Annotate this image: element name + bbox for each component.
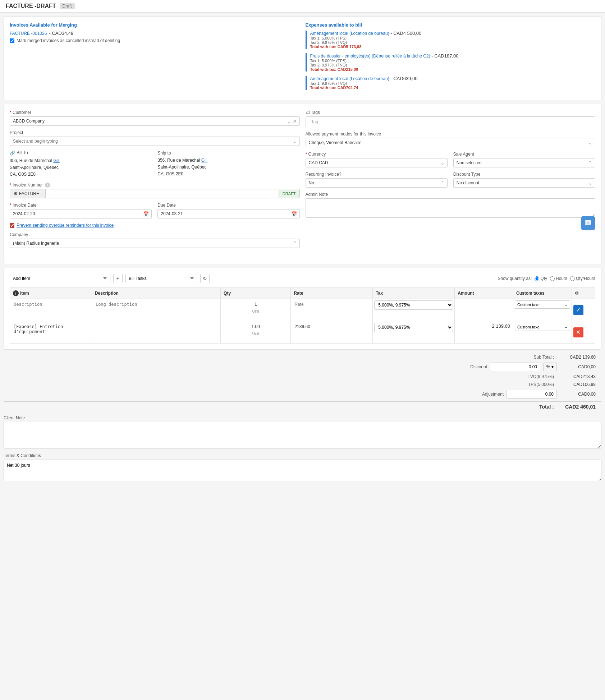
prevent-label[interactable]: Prevent sending overdue reminders for th… xyxy=(10,223,300,228)
qty-radio-input[interactable] xyxy=(535,276,539,281)
row2-tax-cell: 5.000%, 9.975% xyxy=(373,321,455,344)
calendar-icon[interactable]: 📅 xyxy=(143,211,149,217)
row1-tax-cell: 5.000%, 9.975% xyxy=(373,299,455,321)
chat-icon xyxy=(585,220,592,227)
row2-item-input[interactable]: [Expense] Entretien d'équipement xyxy=(12,323,90,341)
merge-link[interactable]: FACTURE -001026 xyxy=(10,31,47,36)
client-note-textarea[interactable] xyxy=(4,422,601,448)
adjustment-input[interactable] xyxy=(507,390,557,399)
customer-input[interactable] xyxy=(10,116,300,126)
row2-delete-btn[interactable]: ✕ xyxy=(573,327,583,337)
expense-link-2[interactable]: Frais de dossier - employés(es) (Dépense… xyxy=(310,54,430,59)
row1-custom-tax-arrow: ⌄ xyxy=(564,302,568,307)
bill-to-address: 356, Rue de Marechal Gill Saint-Apollina… xyxy=(10,157,152,178)
company-group: Company ⌃ xyxy=(10,232,300,248)
due-date-wrap: 📅 xyxy=(157,209,299,218)
row1-qty-input[interactable] xyxy=(222,300,289,308)
table-header: i Item Description Qty Rate Tax Amount C… xyxy=(10,288,595,299)
company-label: Company xyxy=(10,232,300,237)
expense-link-1[interactable]: Aménagement local (Location de bureau) xyxy=(310,31,389,36)
add-item-button[interactable]: + xyxy=(113,274,123,283)
invoice-number-label: Invoice Number i xyxy=(10,183,300,188)
toolbar-right: Show quantity as: Qty Hours Qty/Hours xyxy=(498,276,595,281)
recurring-input[interactable] xyxy=(306,178,448,188)
payment-input[interactable] xyxy=(306,138,596,147)
adjustment-label: Adjustment xyxy=(460,392,504,397)
discount-type-input[interactable] xyxy=(453,178,595,188)
sale-agent-arrow-icon[interactable]: ⌃ xyxy=(588,160,592,166)
row2-custom-tax-btn[interactable]: Custom taxe ⌄ xyxy=(515,323,570,331)
invoice-date-input[interactable] xyxy=(10,209,152,218)
merge-checkbox[interactable] xyxy=(10,38,14,43)
bill-tasks-select[interactable]: Bill Tasks xyxy=(125,274,197,283)
add-item-select[interactable]: Add Item xyxy=(10,274,110,283)
row1-rate-input[interactable] xyxy=(292,300,371,308)
project-input[interactable] xyxy=(10,137,300,146)
subtotal-row: Sub Total : CAD2 139,60 xyxy=(4,353,601,361)
company-arrow-icon[interactable]: ⌃ xyxy=(293,240,297,246)
row2-tax-select[interactable]: 5.000%, 9.975% xyxy=(374,323,453,332)
customer-arrow-icon[interactable]: ⌄ xyxy=(287,118,291,124)
col-header-description: Description xyxy=(92,288,220,299)
invoice-number-group: Invoice Number i ⚙ FACTURE - DRAFT xyxy=(10,183,300,199)
due-date-input[interactable] xyxy=(157,209,299,218)
table-body: Unit 5.000%, 9.975% Custom taxe ⌄ xyxy=(10,299,595,344)
expense-tax1-1: Tax 1: 5.000% (TPS) xyxy=(310,36,596,40)
client-note-section: Client Note xyxy=(4,415,601,450)
sale-agent-input[interactable] xyxy=(453,158,595,167)
row2-desc-input[interactable] xyxy=(93,323,219,341)
items-section: Add Item + Bill Tasks ↻ Show quantity as… xyxy=(4,268,601,350)
col-header-qty: Qty xyxy=(221,288,291,299)
recurring-arrow-icon[interactable]: ⌃ xyxy=(440,180,445,186)
qty-radio-qty-hours[interactable]: Qty/Hours xyxy=(570,276,595,281)
qty-radio-hours[interactable]: Hours xyxy=(550,276,567,281)
currency-arrow-icon[interactable]: ⌄ xyxy=(440,160,445,166)
prevent-checkbox[interactable] xyxy=(10,223,14,228)
expense-amount-3: - CAD639,00 xyxy=(390,76,417,81)
qty-hours-radio-input[interactable] xyxy=(570,276,575,281)
project-arrow-icon[interactable]: ⌄ xyxy=(293,138,297,144)
prevent-link[interactable]: Prevent sending overdue reminders for th… xyxy=(17,223,114,228)
discount-type-group: Discount Type ⌄ xyxy=(453,172,595,188)
row2-rate-input[interactable] xyxy=(292,323,371,331)
settings-icon[interactable]: ⚙ xyxy=(575,291,579,296)
payment-arrow-icon[interactable]: ⌄ xyxy=(588,140,592,146)
invoice-badge: DRAFT xyxy=(279,190,299,198)
company-input[interactable] xyxy=(10,239,300,248)
row1-custom-tax-btn[interactable]: Custom taxe ⌄ xyxy=(515,300,570,309)
merge-checkbox-label[interactable]: Mark merged invoices as cancelled instea… xyxy=(10,38,300,43)
company-input-wrap: ⌃ xyxy=(10,239,300,248)
qty-radio-qty[interactable]: Qty xyxy=(535,276,547,281)
row1-save-btn[interactable]: ✓ xyxy=(573,305,583,315)
terms-textarea[interactable]: Net 30 jours xyxy=(4,460,601,481)
expense-item-1: Aménagement local (Location de bureau) -… xyxy=(306,31,596,49)
table-row: [Expense] Entretien d'équipement Unit 5.… xyxy=(10,321,595,344)
expense-link-3[interactable]: Aménagement local (Location de bureau) xyxy=(310,76,389,81)
tags-input[interactable]: : Tag xyxy=(306,116,596,127)
chat-button[interactable] xyxy=(581,216,595,230)
currency-input[interactable] xyxy=(306,158,448,167)
bill-to-gill-link[interactable]: Gill xyxy=(53,158,59,163)
discount-pct-btn[interactable]: % ▾ xyxy=(543,363,557,371)
customer-clear-icon[interactable]: ✕ xyxy=(293,118,297,124)
due-calendar-icon[interactable]: 📅 xyxy=(291,211,297,217)
form-right: 🏷 Tags : Tag Allowed payment modes for t… xyxy=(306,110,596,252)
hours-radio-input[interactable] xyxy=(550,276,555,281)
row2-qty-input[interactable] xyxy=(222,323,289,331)
refresh-button[interactable]: ↻ xyxy=(200,274,210,283)
discount-input[interactable] xyxy=(490,363,540,371)
tvq-value: CAD213,43 xyxy=(560,374,596,379)
row1-tax-select[interactable]: 5.000%, 9.975% xyxy=(374,300,453,310)
expense-total-3: Total with tax: CAD702,74 xyxy=(310,86,596,90)
qty-label: Qty xyxy=(540,276,547,281)
ship-to-gill-link[interactable]: Gill xyxy=(201,158,207,163)
admin-note-textarea[interactable] xyxy=(306,198,596,218)
row1-actions-cell: ✓ xyxy=(572,299,595,321)
customer-input-wrap: ✕ ⌄ xyxy=(10,116,300,126)
discount-type-arrow-icon[interactable]: ⌄ xyxy=(588,180,592,186)
row1-desc-input[interactable] xyxy=(93,300,219,318)
bill-to-link-icon[interactable]: 🔗 xyxy=(10,151,15,156)
row1-item-input[interactable] xyxy=(12,300,90,318)
expense-total-2: Total with tax: CAD215,00 xyxy=(310,67,596,72)
row1-unit: Unit xyxy=(222,308,289,313)
